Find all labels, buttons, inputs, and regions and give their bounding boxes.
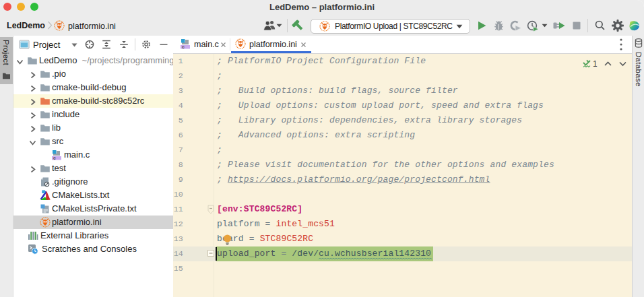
svg-text:1: 1 (593, 59, 598, 69)
svg-text:c: c (53, 156, 56, 160)
svg-text:c: c (182, 44, 185, 49)
